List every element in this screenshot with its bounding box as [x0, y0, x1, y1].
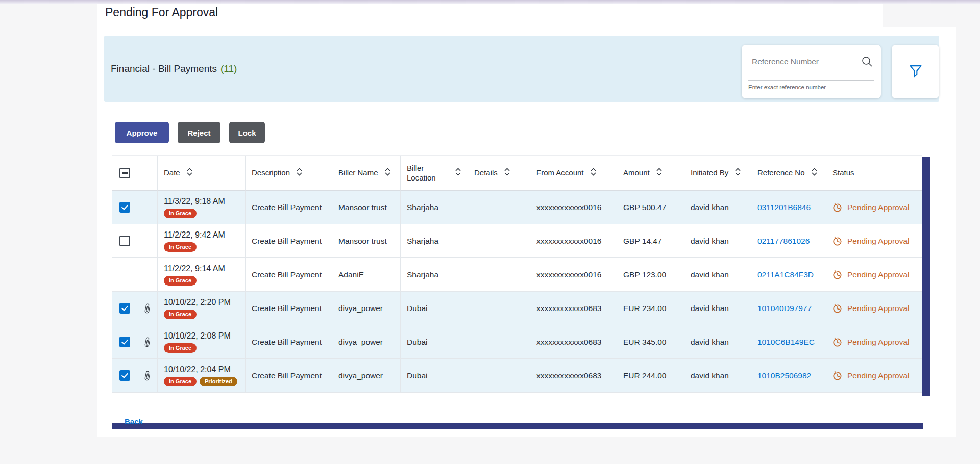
- pending-clock-icon: [832, 270, 843, 280]
- row-status: Pending Approval: [847, 237, 910, 246]
- row-amount: GBP 14.47: [617, 224, 684, 258]
- column-header-description[interactable]: Description: [246, 156, 332, 191]
- column-header-from-account[interactable]: From Account: [530, 156, 617, 191]
- row-initiated-by: david khan: [684, 191, 751, 224]
- reference-number-input[interactable]: [752, 57, 849, 66]
- column-header-details[interactable]: Details: [468, 156, 530, 191]
- row-amount: EUR 345.00: [617, 325, 684, 359]
- row-details: [468, 191, 530, 224]
- reference-link[interactable]: 021177861026: [757, 237, 810, 246]
- search-divider: [748, 80, 874, 81]
- horizontal-scrollbar[interactable]: [112, 423, 923, 429]
- pending-clock-icon: [832, 371, 843, 381]
- table-row[interactable]: 10/10/22, 2:08 PM In Grace Create Bill P…: [112, 325, 922, 359]
- row-biller-name: Mansoor trust: [332, 191, 401, 224]
- row-from-account: xxxxxxxxxxxx0683: [530, 292, 617, 325]
- column-header-reference-no[interactable]: Reference No: [751, 156, 826, 191]
- pending-clock-icon: [832, 303, 843, 314]
- row-from-account: xxxxxxxxxxxx0016: [530, 224, 617, 258]
- row-biller-location: Dubai: [401, 292, 468, 325]
- reference-link[interactable]: 101040D97977: [757, 304, 812, 313]
- sort-icon[interactable]: [296, 168, 303, 178]
- approve-button[interactable]: Approve: [115, 122, 169, 143]
- sort-icon[interactable]: [186, 168, 193, 178]
- badge-list: In GracePrioritized: [164, 377, 237, 386]
- column-header-status: Status: [826, 156, 922, 191]
- row-from-account: xxxxxxxxxxxx0683: [530, 325, 617, 359]
- sort-icon[interactable]: [590, 168, 597, 178]
- reference-link[interactable]: 0311201B6846: [757, 203, 811, 212]
- sort-icon[interactable]: [384, 168, 391, 178]
- row-status: Pending Approval: [847, 371, 910, 380]
- reference-link[interactable]: 1010B2506982: [757, 371, 811, 380]
- back-link[interactable]: Back: [125, 417, 143, 426]
- status-badge: Prioritized: [200, 377, 237, 386]
- row-biller-name: AdaniE: [332, 258, 401, 292]
- sort-icon[interactable]: [504, 168, 510, 178]
- row-initiated-by: david khan: [684, 258, 751, 292]
- badge-list: In Grace: [164, 310, 197, 319]
- column-header-initiated-by[interactable]: Initiated By: [684, 156, 751, 191]
- pending-approval-page: Pending For Approval Financial - Bill Pa…: [0, 0, 980, 464]
- sort-icon[interactable]: [455, 168, 461, 178]
- row-biller-location: Sharjaha: [401, 258, 468, 292]
- sort-icon[interactable]: [734, 168, 741, 178]
- reference-link[interactable]: 1010C6B149EC: [757, 338, 815, 347]
- row-initiated-by: david khan: [684, 325, 751, 359]
- row-description: Create Bill Payment: [246, 191, 332, 224]
- row-status: Pending Approval: [847, 338, 910, 347]
- row-description: Create Bill Payment: [246, 292, 332, 325]
- badge-list: In Grace: [164, 242, 197, 252]
- panel-count: (11): [220, 63, 237, 74]
- row-details: [468, 359, 530, 393]
- row-amount: EUR 244.00: [617, 359, 684, 393]
- table-row[interactable]: 10/10/22, 2:04 PM In GracePrioritized Cr…: [112, 359, 922, 393]
- row-initiated-by: david khan: [684, 292, 751, 325]
- row-date: 10/10/22, 2:20 PM: [164, 298, 231, 307]
- panel-header: Financial - Bill Payments (11) Enter exa…: [104, 36, 939, 102]
- row-biller-location: Dubai: [401, 359, 468, 393]
- sort-icon[interactable]: [656, 168, 663, 178]
- row-date: 10/10/22, 2:04 PM: [164, 365, 231, 374]
- lock-button[interactable]: Lock: [229, 122, 265, 143]
- row-checkbox[interactable]: [119, 202, 130, 213]
- row-from-account: xxxxxxxxxxxx0016: [530, 191, 617, 224]
- row-details: [468, 224, 530, 258]
- row-checkbox[interactable]: [119, 370, 130, 381]
- approvals-table: Date Description Biller Name Biller Loca…: [112, 155, 930, 393]
- badge-list: In Grace: [164, 276, 197, 286]
- row-checkbox[interactable]: [119, 303, 130, 314]
- vertical-scrollbar[interactable]: [922, 157, 930, 396]
- row-status: Pending Approval: [847, 304, 910, 313]
- filter-button[interactable]: [892, 45, 939, 98]
- search-icon[interactable]: [861, 56, 873, 70]
- row-initiated-by: david khan: [684, 359, 751, 393]
- table-row[interactable]: 10/10/22, 2:20 PM In Grace Create Bill P…: [112, 292, 922, 325]
- row-description: Create Bill Payment: [246, 224, 332, 258]
- table-row[interactable]: 11/3/22, 9:18 AM In Grace Create Bill Pa…: [112, 191, 922, 224]
- row-date: 11/2/22, 9:42 AM: [164, 230, 225, 240]
- select-all-checkbox[interactable]: [119, 168, 130, 178]
- sort-icon[interactable]: [811, 168, 818, 178]
- row-description: Create Bill Payment: [246, 359, 332, 393]
- row-amount: GBP 123.00: [617, 258, 684, 292]
- column-header-amount[interactable]: Amount: [617, 156, 684, 191]
- row-checkbox[interactable]: [119, 236, 130, 246]
- table-body: 11/3/22, 9:18 AM In Grace Create Bill Pa…: [112, 191, 930, 393]
- column-header-date[interactable]: Date: [158, 156, 246, 191]
- panel-title: Financial - Bill Payments: [111, 63, 217, 74]
- badge-list: In Grace: [164, 343, 197, 353]
- row-checkbox[interactable]: [119, 337, 130, 347]
- row-details: [468, 325, 530, 359]
- row-description: Create Bill Payment: [246, 325, 332, 359]
- content-card: Financial - Bill Payments (11) Enter exa…: [97, 27, 956, 437]
- reject-button[interactable]: Reject: [178, 122, 220, 143]
- row-status: Pending Approval: [847, 270, 910, 279]
- column-header-biller-location[interactable]: Biller Location: [401, 156, 468, 191]
- column-header-biller-name[interactable]: Biller Name: [332, 156, 401, 191]
- pending-clock-icon: [832, 202, 843, 213]
- window-top-strip: [0, 0, 980, 4]
- table-row[interactable]: 11/2/22, 9:14 AM In Grace Create Bill Pa…: [112, 258, 922, 292]
- reference-link[interactable]: 0211A1C84F3D: [757, 270, 814, 279]
- table-row[interactable]: 11/2/22, 9:42 AM In Grace Create Bill Pa…: [112, 224, 922, 258]
